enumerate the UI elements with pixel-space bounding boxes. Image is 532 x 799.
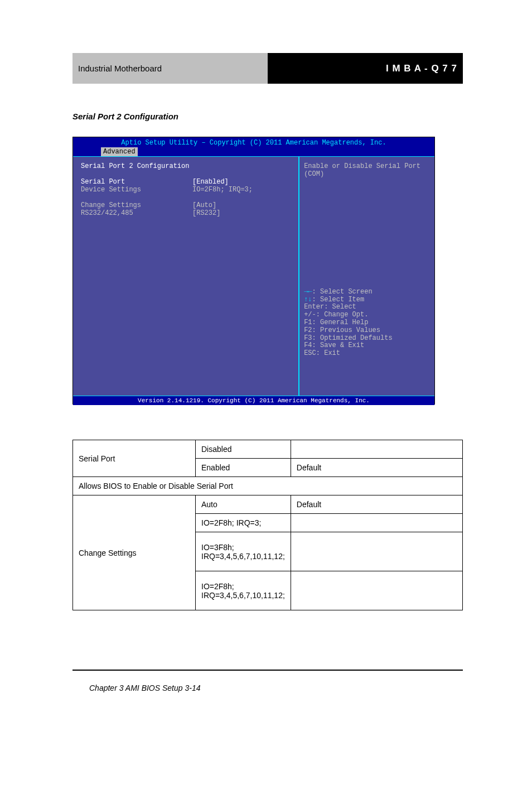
bios-help-description: Enable or Disable Serial Port (COM)	[304, 162, 430, 178]
bios-footer: Version 2.14.1219. Copyright (C) 2011 Am…	[73, 396, 434, 405]
cell-blank	[291, 440, 462, 459]
footer-rule	[72, 670, 463, 671]
cell-default: Default	[291, 495, 462, 514]
header-right: I M B A - Q 7 7	[268, 53, 463, 84]
description-table: Serial Port Disabled Enabled Default All…	[72, 440, 463, 610]
page-number: Chapter 3 AMI BIOS Setup 3-14	[89, 684, 200, 692]
bios-row-change-settings[interactable]: Change Settings [Auto]	[81, 201, 294, 209]
cell-note: Allows BIOS to Enable or Disable Serial …	[73, 477, 463, 495]
cell-blank	[291, 571, 462, 610]
bios-side-panel: Enable or Disable Serial Port (COM) →←: …	[299, 156, 434, 396]
bios-screenshot: Aptio Setup Utility – Copyright (C) 2011…	[72, 137, 435, 405]
cell-default: Default	[291, 459, 462, 477]
page-header: Industrial Motherboard I M B A - Q 7 7	[72, 53, 463, 84]
cell-io-irq-2: IO=3F8h; IRQ=3,4,5,6,7,10,11,12;	[196, 532, 291, 571]
cell-auto: Auto	[196, 495, 291, 514]
header-left: Industrial Motherboard	[72, 53, 268, 84]
cell-change-settings-label: Change Settings	[73, 495, 196, 610]
table-note-row: Allows BIOS to Enable or Disable Serial …	[73, 477, 463, 495]
bios-title: Aptio Setup Utility – Copyright (C) 2011…	[73, 137, 434, 147]
sub-heading: Serial Port 2 Configuration	[72, 112, 178, 121]
cell-blank	[291, 532, 462, 571]
table-row: Change Settings Auto Default	[73, 495, 463, 514]
cell-io-irq-1: IO=2F8h; IRQ=3;	[196, 514, 291, 532]
cell-serial-port-label: Serial Port	[73, 440, 196, 477]
cell-disabled: Disabled	[196, 440, 291, 459]
bios-tab-advanced[interactable]: Advanced	[101, 147, 138, 156]
bios-tab-row: Advanced	[73, 147, 434, 156]
bios-main-panel: Serial Port 2 Configuration Serial Port …	[73, 156, 299, 396]
bios-section-title: Serial Port 2 Configuration	[81, 162, 294, 170]
cell-blank	[291, 514, 462, 532]
bios-row-serial-port[interactable]: Serial Port [Enabled]	[81, 178, 294, 186]
table-row: Serial Port Disabled	[73, 440, 463, 459]
bios-row-rs232[interactable]: RS232/422,485 [RS232]	[81, 209, 294, 217]
bios-key-hints: →←: Select Screen ↑↓: Select Item Enter:…	[304, 288, 430, 358]
bios-row-device-settings: Device Settings IO=2F8h; IRQ=3;	[81, 186, 294, 194]
cell-io-irq-3: IO=2F8h; IRQ=3,4,5,6,7,10,11,12;	[196, 571, 291, 610]
cell-enabled: Enabled	[196, 459, 291, 477]
